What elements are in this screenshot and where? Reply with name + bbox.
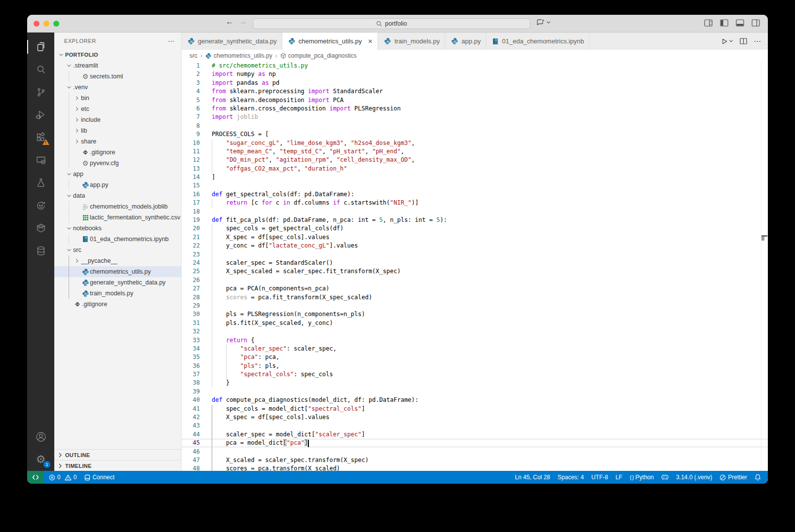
code-line-11: 11 "temp_mean_C", "temp_std_C", "pH_star… xyxy=(182,147,768,156)
tree-item--venv[interactable]: .venv xyxy=(54,82,181,93)
chevron-right-icon[interactable] xyxy=(73,116,81,123)
navigate-forward-icon[interactable]: → xyxy=(239,17,247,26)
tree-item-generate-synthetic-data-py[interactable]: generate_synthetic_data.py xyxy=(54,277,181,288)
activity-bar-source-control-icon[interactable] xyxy=(27,81,54,104)
customize-layout-icon[interactable] xyxy=(704,19,713,27)
tree-item--pycache-[interactable]: __pycache__ xyxy=(54,255,181,266)
line-number: 2 xyxy=(182,70,200,78)
split-editor-icon[interactable] xyxy=(740,38,747,44)
tree-item-chemometrics-models-joblib[interactable]: chemometrics_models.joblib xyxy=(54,201,181,212)
run-python-file-button[interactable] xyxy=(721,38,733,45)
formatter-status[interactable]: Prettier xyxy=(719,474,747,481)
chevron-right-icon[interactable] xyxy=(73,138,81,145)
chevron-down-icon[interactable] xyxy=(65,84,73,91)
navigate-back-icon[interactable]: ← xyxy=(226,17,233,26)
chevron-down-icon[interactable] xyxy=(65,192,73,199)
tab-01-eda-chemometrics-ipynb[interactable]: 01_eda_chemometrics.ipynb xyxy=(486,33,589,50)
indentation-setting[interactable]: Spaces: 4 xyxy=(558,474,584,481)
tree-item-share[interactable]: share xyxy=(54,136,181,147)
tree-item-include[interactable]: include xyxy=(54,114,181,125)
indent-guide xyxy=(212,456,212,464)
chevron-down-icon[interactable] xyxy=(65,247,73,253)
tree-item--gitignore[interactable]: .gitignore xyxy=(54,147,181,158)
encoding-setting[interactable]: UTF-8 xyxy=(591,474,608,481)
tree-item-label: pyvenv.cfg xyxy=(90,160,119,167)
close-window-button[interactable] xyxy=(34,21,39,27)
code-line-21: 21 X_spec = df[spec_cols].values xyxy=(182,233,768,242)
copilot-status[interactable] xyxy=(661,474,669,480)
tree-item--gitignore[interactable]: .gitignore xyxy=(54,299,181,310)
code-editor[interactable]: 1# src/chemometrics_utils.py2import nump… xyxy=(182,62,768,471)
tab-generate-synthetic-data-py[interactable]: generate_synthetic_data.py xyxy=(182,33,282,50)
tab-chemometrics-utils-py[interactable]: chemometrics_utils.py✕ xyxy=(282,33,379,50)
copilot-button[interactable] xyxy=(536,19,551,26)
chevron-right-icon[interactable] xyxy=(73,257,81,264)
chevron-down-icon[interactable] xyxy=(729,39,733,43)
tree-item-notebooks[interactable]: notebooks xyxy=(54,223,181,234)
tree-item-etc[interactable]: etc xyxy=(54,104,181,114)
activity-bar-account-icon[interactable] xyxy=(27,426,54,448)
tree-item-lib[interactable]: lib xyxy=(54,125,181,136)
chevron-down-icon[interactable] xyxy=(65,171,73,177)
toggle-secondary-sidebar-icon[interactable] xyxy=(752,19,760,27)
language-mode[interactable]: { } Python xyxy=(630,474,654,481)
warning-count: 0 xyxy=(74,474,77,481)
overview-ruler[interactable] xyxy=(761,62,768,471)
chevron-right-icon[interactable] xyxy=(73,127,81,134)
outline-section[interactable]: OUTLINE xyxy=(54,449,181,460)
activity-bar-extensions-icon[interactable] xyxy=(27,126,54,149)
python-interpreter[interactable]: 3.14.0 (.venv) xyxy=(676,474,712,481)
chevron-down-icon[interactable] xyxy=(65,62,73,69)
notifications-bell-icon[interactable] xyxy=(755,474,761,481)
chevron-down-icon[interactable] xyxy=(57,51,65,58)
tree-item-src[interactable]: src xyxy=(54,245,181,255)
tree-item-app-py[interactable]: app.py xyxy=(54,179,181,190)
close-tab-icon[interactable]: ✕ xyxy=(368,38,373,45)
tree-item-secrets-toml[interactable]: ⚙secrets.toml xyxy=(54,71,181,82)
activity-bar-explorer-icon[interactable] xyxy=(27,35,54,58)
activity-bar-remote-explorer-icon[interactable] xyxy=(27,149,54,172)
chevron-right-icon[interactable] xyxy=(73,106,81,112)
line-number: 46 xyxy=(182,448,200,456)
explorer-more-actions-icon[interactable]: ⋯ xyxy=(168,37,175,45)
command-center-search[interactable]: portfolio xyxy=(253,18,530,29)
eol-setting[interactable]: LF xyxy=(615,474,622,481)
chevron-right-icon[interactable] xyxy=(73,95,81,102)
tree-item-data[interactable]: data xyxy=(54,190,181,201)
toggle-primary-sidebar-icon[interactable] xyxy=(720,19,728,27)
tree-item-bin[interactable]: bin xyxy=(54,93,181,104)
tree-item-chemometrics-utils-py[interactable]: chemometrics_utils.py xyxy=(54,266,181,277)
activity-bar-containers-icon[interactable] xyxy=(27,217,54,240)
tab-train-models-py[interactable]: train_models.py xyxy=(378,33,445,50)
activity-bar-settings-icon[interactable]: ⚙1 xyxy=(27,448,54,471)
activity-bar-testing-icon[interactable] xyxy=(27,172,54,194)
activity-bar-database-icon[interactable] xyxy=(27,240,54,262)
indent-guide xyxy=(212,430,212,439)
chevron-down-icon[interactable] xyxy=(65,225,73,232)
activity-bar-run-debug-icon[interactable] xyxy=(27,104,54,126)
tree-item-train-models-py[interactable]: train_models.py xyxy=(54,288,181,299)
remote-indicator[interactable] xyxy=(27,471,44,484)
activity-bar-search-icon[interactable] xyxy=(27,58,54,81)
breadcrumb-folder[interactable]: src xyxy=(189,52,197,59)
run-icon xyxy=(721,38,728,45)
problems-indicator[interactable]: 0 0 xyxy=(49,474,76,481)
toggle-panel-icon[interactable] xyxy=(736,19,744,27)
tree-item-lactic-fermentation-synthetic-csv[interactable]: lactic_fermentation_synthetic.csv xyxy=(54,212,181,223)
tree-root-portfolio[interactable]: PORTFOLIO xyxy=(54,49,181,60)
tree-item-pyvenv-cfg[interactable]: ⚙pyvenv.cfg xyxy=(54,158,181,169)
tree-item-app[interactable]: app xyxy=(54,169,181,179)
breadcrumb-symbol[interactable]: compute_pca_diagnostics xyxy=(280,52,357,59)
tree-item--streamlit[interactable]: .streamlit xyxy=(54,60,181,71)
tree-item-01-eda-chemometrics-ipynb[interactable]: 01_eda_chemometrics.ipynb xyxy=(54,234,181,245)
connect-button[interactable]: Connect xyxy=(84,474,114,481)
minimize-window-button[interactable] xyxy=(43,21,49,27)
activity-bar-ai-agent-icon[interactable] xyxy=(27,194,54,217)
timeline-section[interactable]: TIMELINE xyxy=(54,460,181,471)
breadcrumb-file[interactable]: chemometrics_utils.py xyxy=(205,52,272,59)
indent-guide xyxy=(212,413,212,422)
cursor-position[interactable]: Ln 45, Col 28 xyxy=(515,474,550,481)
tab-app-py[interactable]: app.py xyxy=(445,33,486,50)
zoom-window-button[interactable] xyxy=(53,21,59,27)
more-actions-icon[interactable]: ⋯ xyxy=(754,37,761,46)
